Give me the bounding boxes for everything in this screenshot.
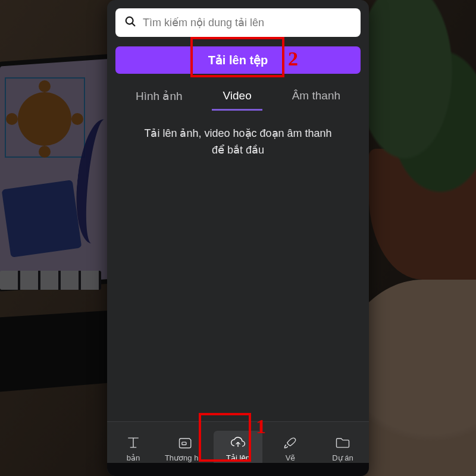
empty-line-1: Tải lên ảnh, video hoặc đoạn âm thanh: [133, 126, 343, 142]
svg-line-1: [132, 23, 134, 26]
nav-text[interactable]: bản: [109, 436, 158, 462]
nav-projects-label: Dự án: [332, 453, 353, 462]
tab-audio[interactable]: Âm thanh: [290, 86, 343, 110]
upload-file-button[interactable]: Tải lên tệp: [115, 46, 361, 74]
tab-images[interactable]: Hình ảnh: [133, 86, 185, 110]
nav-brand[interactable]: Thương hi...: [161, 436, 210, 462]
nav-upload[interactable]: Tải lên: [214, 431, 262, 467]
system-nav-strip: [107, 463, 369, 476]
nav-text-label: bản: [127, 453, 140, 462]
nav-draw-label: Vẽ: [286, 453, 296, 462]
empty-line-2: để bắt đầu: [133, 142, 343, 159]
wallet-icon: [177, 436, 194, 450]
search-icon: [124, 15, 137, 30]
folder-icon: [334, 436, 351, 450]
cloud-upload-icon: [230, 436, 246, 450]
upload-panel: Tải lên tệp Hình ảnh Video Âm thanh Tải …: [107, 0, 369, 476]
media-type-tabs: Hình ảnh Video Âm thanh: [115, 86, 361, 110]
text-icon: [125, 436, 142, 450]
tab-video[interactable]: Video: [220, 86, 253, 110]
search-input-wrap[interactable]: [115, 8, 361, 37]
brush-icon: [282, 436, 299, 450]
empty-state-text: Tải lên ảnh, video hoặc đoạn âm thanh để…: [115, 126, 361, 159]
nav-projects[interactable]: Dự án: [318, 436, 367, 462]
nav-brand-label: Thương hi...: [165, 453, 206, 462]
nav-draw[interactable]: Vẽ: [266, 436, 315, 462]
nav-upload-label: Tải lên: [226, 453, 250, 462]
search-input[interactable]: [143, 17, 352, 29]
svg-rect-2: [182, 442, 186, 444]
